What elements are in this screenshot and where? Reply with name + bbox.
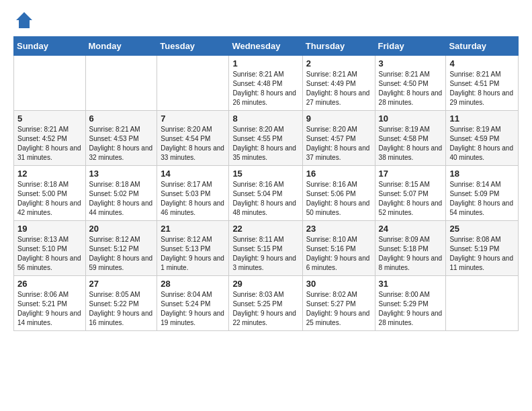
day-info: Sunrise: 8:15 AMSunset: 5:07 PMDaylight:…: [379, 180, 443, 218]
day-info: Sunrise: 8:02 AMSunset: 5:27 PMDaylight:…: [306, 290, 371, 328]
day-info: Sunrise: 8:06 AMSunset: 5:21 PMDaylight:…: [17, 290, 82, 328]
day-header-sunday: Sunday: [14, 37, 86, 56]
header: [13, 11, 519, 30]
day-info: Sunrise: 8:04 AMSunset: 5:24 PMDaylight:…: [161, 290, 225, 328]
calendar-cell: 17Sunrise: 8:15 AMSunset: 5:07 PMDayligh…: [375, 166, 446, 221]
calendar-cell: [85, 56, 157, 111]
day-info: Sunrise: 8:21 AMSunset: 4:52 PMDaylight:…: [17, 125, 82, 163]
day-info: Sunrise: 8:20 AMSunset: 4:55 PMDaylight:…: [232, 125, 298, 163]
day-info: Sunrise: 8:21 AMSunset: 4:49 PMDaylight:…: [306, 70, 371, 107]
day-number: 13: [89, 169, 154, 179]
day-info: Sunrise: 8:21 AMSunset: 4:48 PMDaylight:…: [232, 70, 298, 107]
calendar-cell: 26Sunrise: 8:06 AMSunset: 5:21 PMDayligh…: [14, 276, 86, 331]
day-info: Sunrise: 8:21 AMSunset: 4:51 PMDaylight:…: [449, 70, 515, 107]
calendar-header-row: SundayMondayTuesdayWednesdayThursdayFrid…: [14, 37, 519, 56]
calendar-week-row: 26Sunrise: 8:06 AMSunset: 5:21 PMDayligh…: [14, 276, 519, 331]
day-number: 22: [232, 224, 298, 234]
calendar-cell: 24Sunrise: 8:09 AMSunset: 5:18 PMDayligh…: [375, 221, 446, 276]
day-info: Sunrise: 8:14 AMSunset: 5:09 PMDaylight:…: [449, 180, 515, 218]
day-number: 14: [161, 169, 225, 179]
calendar-cell: 19Sunrise: 8:13 AMSunset: 5:10 PMDayligh…: [14, 221, 86, 276]
day-info: Sunrise: 8:03 AMSunset: 5:25 PMDaylight:…: [232, 290, 298, 328]
day-number: 2: [306, 58, 371, 68]
calendar-cell: 9Sunrise: 8:20 AMSunset: 4:57 PMDaylight…: [302, 111, 375, 166]
day-number: 29: [232, 279, 298, 289]
calendar-cell: 4Sunrise: 8:21 AMSunset: 4:51 PMDaylight…: [446, 56, 519, 111]
calendar-cell: [157, 56, 229, 111]
day-info: Sunrise: 8:20 AMSunset: 4:54 PMDaylight:…: [161, 125, 225, 163]
calendar-cell: 11Sunrise: 8:19 AMSunset: 4:59 PMDayligh…: [446, 111, 519, 166]
calendar-cell: 2Sunrise: 8:21 AMSunset: 4:49 PMDaylight…: [302, 56, 375, 111]
calendar-cell: 12Sunrise: 8:18 AMSunset: 5:00 PMDayligh…: [14, 166, 86, 221]
calendar-cell: 1Sunrise: 8:21 AMSunset: 4:48 PMDaylight…: [229, 56, 302, 111]
calendar-cell: [14, 56, 86, 111]
calendar-week-row: 19Sunrise: 8:13 AMSunset: 5:10 PMDayligh…: [14, 221, 519, 276]
day-info: Sunrise: 8:08 AMSunset: 5:19 PMDaylight:…: [449, 235, 515, 273]
day-info: Sunrise: 8:10 AMSunset: 5:16 PMDaylight:…: [306, 235, 371, 273]
day-header-monday: Monday: [85, 37, 157, 56]
calendar-week-row: 12Sunrise: 8:18 AMSunset: 5:00 PMDayligh…: [14, 166, 519, 221]
calendar-cell: 6Sunrise: 8:21 AMSunset: 4:53 PMDaylight…: [85, 111, 157, 166]
calendar-cell: 5Sunrise: 8:21 AMSunset: 4:52 PMDaylight…: [14, 111, 86, 166]
calendar-cell: 21Sunrise: 8:12 AMSunset: 5:13 PMDayligh…: [157, 221, 229, 276]
day-info: Sunrise: 8:16 AMSunset: 5:04 PMDaylight:…: [232, 180, 298, 218]
calendar-cell: 15Sunrise: 8:16 AMSunset: 5:04 PMDayligh…: [229, 166, 302, 221]
calendar-cell: 25Sunrise: 8:08 AMSunset: 5:19 PMDayligh…: [446, 221, 519, 276]
day-number: 24: [379, 224, 443, 234]
calendar-cell: 10Sunrise: 8:19 AMSunset: 4:58 PMDayligh…: [375, 111, 446, 166]
day-number: 12: [17, 169, 82, 179]
day-number: 7: [161, 113, 225, 124]
day-info: Sunrise: 8:05 AMSunset: 5:22 PMDaylight:…: [89, 290, 154, 328]
day-header-tuesday: Tuesday: [157, 37, 229, 56]
calendar-cell: 30Sunrise: 8:02 AMSunset: 5:27 PMDayligh…: [302, 276, 375, 331]
calendar-cell: 8Sunrise: 8:20 AMSunset: 4:55 PMDaylight…: [229, 111, 302, 166]
day-info: Sunrise: 8:18 AMSunset: 5:02 PMDaylight:…: [89, 180, 154, 218]
day-number: 31: [379, 279, 443, 289]
day-info: Sunrise: 8:09 AMSunset: 5:18 PMDaylight:…: [379, 235, 443, 273]
day-info: Sunrise: 8:13 AMSunset: 5:10 PMDaylight:…: [17, 235, 82, 273]
day-number: 3: [379, 58, 443, 68]
day-number: 19: [17, 224, 82, 234]
day-number: 16: [306, 169, 371, 179]
day-info: Sunrise: 8:00 AMSunset: 5:29 PMDaylight:…: [379, 290, 443, 328]
day-info: Sunrise: 8:12 AMSunset: 5:13 PMDaylight:…: [161, 235, 225, 273]
calendar-cell: 22Sunrise: 8:11 AMSunset: 5:15 PMDayligh…: [229, 221, 302, 276]
day-info: Sunrise: 8:21 AMSunset: 4:53 PMDaylight:…: [89, 125, 154, 163]
day-number: 1: [232, 58, 298, 68]
calendar-cell: [446, 276, 519, 331]
day-number: 17: [379, 169, 443, 179]
calendar-cell: 27Sunrise: 8:05 AMSunset: 5:22 PMDayligh…: [85, 276, 157, 331]
logo: [13, 11, 34, 30]
day-number: 27: [89, 279, 154, 289]
calendar-cell: 23Sunrise: 8:10 AMSunset: 5:16 PMDayligh…: [302, 221, 375, 276]
day-number: 6: [89, 113, 154, 124]
calendar-cell: 18Sunrise: 8:14 AMSunset: 5:09 PMDayligh…: [446, 166, 519, 221]
calendar-cell: 3Sunrise: 8:21 AMSunset: 4:50 PMDaylight…: [375, 56, 446, 111]
day-number: 25: [449, 224, 515, 234]
calendar-week-row: 1Sunrise: 8:21 AMSunset: 4:48 PMDaylight…: [14, 56, 519, 111]
calendar-cell: 14Sunrise: 8:17 AMSunset: 5:03 PMDayligh…: [157, 166, 229, 221]
day-info: Sunrise: 8:16 AMSunset: 5:06 PMDaylight:…: [306, 180, 371, 218]
day-info: Sunrise: 8:11 AMSunset: 5:15 PMDaylight:…: [232, 235, 298, 273]
day-info: Sunrise: 8:20 AMSunset: 4:57 PMDaylight:…: [306, 125, 371, 163]
calendar-cell: 13Sunrise: 8:18 AMSunset: 5:02 PMDayligh…: [85, 166, 157, 221]
day-number: 11: [449, 113, 515, 124]
calendar-week-row: 5Sunrise: 8:21 AMSunset: 4:52 PMDaylight…: [14, 111, 519, 166]
day-number: 18: [449, 169, 515, 179]
day-number: 23: [306, 224, 371, 234]
day-number: 28: [161, 279, 225, 289]
calendar-cell: 31Sunrise: 8:00 AMSunset: 5:29 PMDayligh…: [375, 276, 446, 331]
day-header-friday: Friday: [375, 37, 446, 56]
day-number: 10: [379, 113, 443, 124]
calendar-cell: 28Sunrise: 8:04 AMSunset: 5:24 PMDayligh…: [157, 276, 229, 331]
day-info: Sunrise: 8:18 AMSunset: 5:00 PMDaylight:…: [17, 180, 82, 218]
day-number: 21: [161, 224, 225, 234]
day-info: Sunrise: 8:12 AMSunset: 5:12 PMDaylight:…: [89, 235, 154, 273]
calendar-cell: 16Sunrise: 8:16 AMSunset: 5:06 PMDayligh…: [302, 166, 375, 221]
day-number: 9: [306, 113, 371, 124]
day-number: 5: [17, 113, 82, 124]
calendar-table: SundayMondayTuesdayWednesdayThursdayFrid…: [13, 36, 519, 331]
day-number: 26: [17, 279, 82, 289]
day-info: Sunrise: 8:19 AMSunset: 4:59 PMDaylight:…: [449, 125, 515, 163]
day-header-saturday: Saturday: [446, 37, 519, 56]
